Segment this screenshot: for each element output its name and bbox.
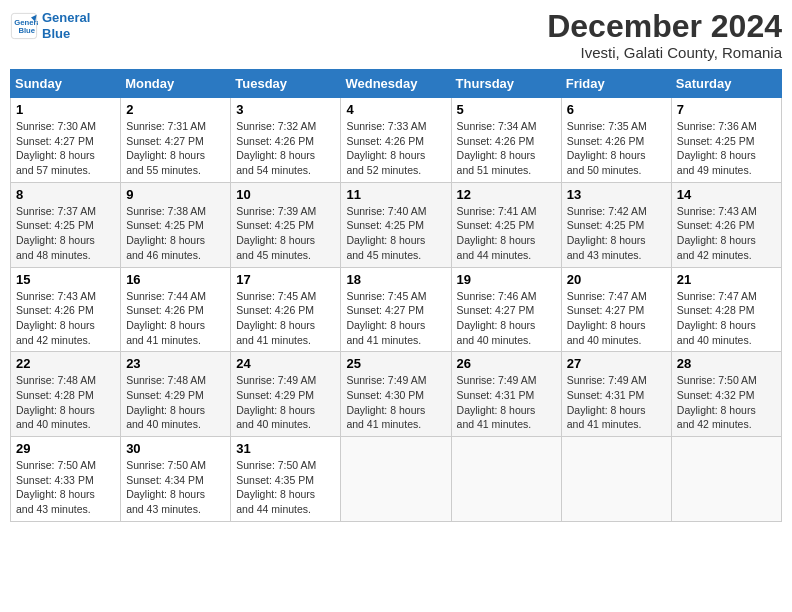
day-number: 11 <box>346 187 445 202</box>
calendar-cell: 7 Sunrise: 7:36 AMSunset: 4:25 PMDayligh… <box>671 98 781 183</box>
calendar-cell: 25 Sunrise: 7:49 AMSunset: 4:30 PMDaylig… <box>341 352 451 437</box>
cell-info: Sunrise: 7:35 AMSunset: 4:26 PMDaylight:… <box>567 120 647 176</box>
day-number: 7 <box>677 102 776 117</box>
cell-info: Sunrise: 7:49 AMSunset: 4:31 PMDaylight:… <box>567 374 647 430</box>
calendar-cell: 22 Sunrise: 7:48 AMSunset: 4:28 PMDaylig… <box>11 352 121 437</box>
cell-info: Sunrise: 7:50 AMSunset: 4:35 PMDaylight:… <box>236 459 316 515</box>
cell-info: Sunrise: 7:45 AMSunset: 4:26 PMDaylight:… <box>236 290 316 346</box>
day-number: 19 <box>457 272 556 287</box>
day-number: 12 <box>457 187 556 202</box>
cell-info: Sunrise: 7:40 AMSunset: 4:25 PMDaylight:… <box>346 205 426 261</box>
cell-info: Sunrise: 7:39 AMSunset: 4:25 PMDaylight:… <box>236 205 316 261</box>
weekday-header-wednesday: Wednesday <box>341 70 451 98</box>
day-number: 17 <box>236 272 335 287</box>
calendar-cell: 14 Sunrise: 7:43 AMSunset: 4:26 PMDaylig… <box>671 182 781 267</box>
calendar-cell: 11 Sunrise: 7:40 AMSunset: 4:25 PMDaylig… <box>341 182 451 267</box>
calendar-cell: 15 Sunrise: 7:43 AMSunset: 4:26 PMDaylig… <box>11 267 121 352</box>
calendar-cell: 29 Sunrise: 7:50 AMSunset: 4:33 PMDaylig… <box>11 437 121 522</box>
day-number: 20 <box>567 272 666 287</box>
day-number: 5 <box>457 102 556 117</box>
day-number: 10 <box>236 187 335 202</box>
calendar-table: SundayMondayTuesdayWednesdayThursdayFrid… <box>10 69 782 522</box>
weekday-header-sunday: Sunday <box>11 70 121 98</box>
logo-text-line1: General <box>42 10 90 26</box>
weekday-header-saturday: Saturday <box>671 70 781 98</box>
calendar-cell: 17 Sunrise: 7:45 AMSunset: 4:26 PMDaylig… <box>231 267 341 352</box>
cell-info: Sunrise: 7:47 AMSunset: 4:28 PMDaylight:… <box>677 290 757 346</box>
day-number: 15 <box>16 272 115 287</box>
calendar-cell: 1 Sunrise: 7:30 AMSunset: 4:27 PMDayligh… <box>11 98 121 183</box>
day-number: 18 <box>346 272 445 287</box>
calendar-cell: 26 Sunrise: 7:49 AMSunset: 4:31 PMDaylig… <box>451 352 561 437</box>
day-number: 23 <box>126 356 225 371</box>
day-number: 1 <box>16 102 115 117</box>
cell-info: Sunrise: 7:48 AMSunset: 4:29 PMDaylight:… <box>126 374 206 430</box>
weekday-header-friday: Friday <box>561 70 671 98</box>
calendar-cell: 24 Sunrise: 7:49 AMSunset: 4:29 PMDaylig… <box>231 352 341 437</box>
calendar-cell: 13 Sunrise: 7:42 AMSunset: 4:25 PMDaylig… <box>561 182 671 267</box>
calendar-cell: 4 Sunrise: 7:33 AMSunset: 4:26 PMDayligh… <box>341 98 451 183</box>
calendar-cell <box>341 437 451 522</box>
cell-info: Sunrise: 7:48 AMSunset: 4:28 PMDaylight:… <box>16 374 96 430</box>
logo-icon: General Blue <box>10 12 38 40</box>
day-number: 25 <box>346 356 445 371</box>
weekday-header-monday: Monday <box>121 70 231 98</box>
cell-info: Sunrise: 7:44 AMSunset: 4:26 PMDaylight:… <box>126 290 206 346</box>
cell-info: Sunrise: 7:49 AMSunset: 4:30 PMDaylight:… <box>346 374 426 430</box>
cell-info: Sunrise: 7:50 AMSunset: 4:32 PMDaylight:… <box>677 374 757 430</box>
cell-info: Sunrise: 7:30 AMSunset: 4:27 PMDaylight:… <box>16 120 96 176</box>
cell-info: Sunrise: 7:38 AMSunset: 4:25 PMDaylight:… <box>126 205 206 261</box>
day-number: 3 <box>236 102 335 117</box>
cell-info: Sunrise: 7:34 AMSunset: 4:26 PMDaylight:… <box>457 120 537 176</box>
cell-info: Sunrise: 7:33 AMSunset: 4:26 PMDaylight:… <box>346 120 426 176</box>
day-number: 9 <box>126 187 225 202</box>
cell-info: Sunrise: 7:37 AMSunset: 4:25 PMDaylight:… <box>16 205 96 261</box>
title-area: December 2024 Ivesti, Galati County, Rom… <box>547 10 782 61</box>
calendar-cell: 2 Sunrise: 7:31 AMSunset: 4:27 PMDayligh… <box>121 98 231 183</box>
calendar-cell: 21 Sunrise: 7:47 AMSunset: 4:28 PMDaylig… <box>671 267 781 352</box>
calendar-cell: 5 Sunrise: 7:34 AMSunset: 4:26 PMDayligh… <box>451 98 561 183</box>
calendar-cell: 19 Sunrise: 7:46 AMSunset: 4:27 PMDaylig… <box>451 267 561 352</box>
calendar-cell: 28 Sunrise: 7:50 AMSunset: 4:32 PMDaylig… <box>671 352 781 437</box>
cell-info: Sunrise: 7:46 AMSunset: 4:27 PMDaylight:… <box>457 290 537 346</box>
weekday-header-tuesday: Tuesday <box>231 70 341 98</box>
cell-info: Sunrise: 7:47 AMSunset: 4:27 PMDaylight:… <box>567 290 647 346</box>
calendar-cell: 12 Sunrise: 7:41 AMSunset: 4:25 PMDaylig… <box>451 182 561 267</box>
cell-info: Sunrise: 7:43 AMSunset: 4:26 PMDaylight:… <box>677 205 757 261</box>
calendar-cell: 27 Sunrise: 7:49 AMSunset: 4:31 PMDaylig… <box>561 352 671 437</box>
day-number: 13 <box>567 187 666 202</box>
logo-text-line2: Blue <box>42 26 90 42</box>
day-number: 28 <box>677 356 776 371</box>
calendar-week-5: 29 Sunrise: 7:50 AMSunset: 4:33 PMDaylig… <box>11 437 782 522</box>
location-title: Ivesti, Galati County, Romania <box>547 44 782 61</box>
page-header: General Blue General Blue December 2024 … <box>10 10 782 61</box>
cell-info: Sunrise: 7:49 AMSunset: 4:29 PMDaylight:… <box>236 374 316 430</box>
calendar-cell <box>451 437 561 522</box>
day-number: 16 <box>126 272 225 287</box>
cell-info: Sunrise: 7:42 AMSunset: 4:25 PMDaylight:… <box>567 205 647 261</box>
day-number: 2 <box>126 102 225 117</box>
calendar-cell: 18 Sunrise: 7:45 AMSunset: 4:27 PMDaylig… <box>341 267 451 352</box>
calendar-cell: 30 Sunrise: 7:50 AMSunset: 4:34 PMDaylig… <box>121 437 231 522</box>
calendar-cell: 6 Sunrise: 7:35 AMSunset: 4:26 PMDayligh… <box>561 98 671 183</box>
svg-text:Blue: Blue <box>18 26 35 35</box>
cell-info: Sunrise: 7:43 AMSunset: 4:26 PMDaylight:… <box>16 290 96 346</box>
day-number: 30 <box>126 441 225 456</box>
cell-info: Sunrise: 7:32 AMSunset: 4:26 PMDaylight:… <box>236 120 316 176</box>
calendar-cell: 23 Sunrise: 7:48 AMSunset: 4:29 PMDaylig… <box>121 352 231 437</box>
calendar-cell: 9 Sunrise: 7:38 AMSunset: 4:25 PMDayligh… <box>121 182 231 267</box>
calendar-cell <box>561 437 671 522</box>
calendar-cell: 10 Sunrise: 7:39 AMSunset: 4:25 PMDaylig… <box>231 182 341 267</box>
day-number: 21 <box>677 272 776 287</box>
day-number: 6 <box>567 102 666 117</box>
day-number: 22 <box>16 356 115 371</box>
cell-info: Sunrise: 7:50 AMSunset: 4:34 PMDaylight:… <box>126 459 206 515</box>
cell-info: Sunrise: 7:31 AMSunset: 4:27 PMDaylight:… <box>126 120 206 176</box>
cell-info: Sunrise: 7:41 AMSunset: 4:25 PMDaylight:… <box>457 205 537 261</box>
day-number: 24 <box>236 356 335 371</box>
cell-info: Sunrise: 7:36 AMSunset: 4:25 PMDaylight:… <box>677 120 757 176</box>
day-number: 4 <box>346 102 445 117</box>
calendar-cell <box>671 437 781 522</box>
day-number: 14 <box>677 187 776 202</box>
cell-info: Sunrise: 7:50 AMSunset: 4:33 PMDaylight:… <box>16 459 96 515</box>
